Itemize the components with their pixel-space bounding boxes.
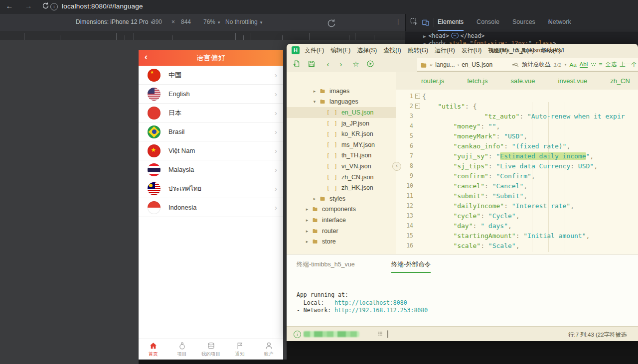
new-file-icon[interactable] bbox=[293, 60, 302, 69]
menu-item-0[interactable]: 文件(F) bbox=[305, 46, 324, 55]
tree-item-styles[interactable]: ▸styles bbox=[287, 193, 396, 204]
bookmark-star-icon[interactable]: ☆ bbox=[351, 60, 360, 69]
viewport-height-input[interactable]: 844 bbox=[181, 18, 191, 25]
breadcrumb-collapse[interactable]: « bbox=[430, 62, 433, 68]
tree-collapsed-arrow-icon[interactable]: ▸ bbox=[312, 89, 317, 94]
tree-item-router[interactable]: ▸router bbox=[287, 226, 396, 237]
breadcrumb-file[interactable]: en_US.json bbox=[462, 61, 492, 68]
list-icon[interactable] bbox=[377, 331, 383, 337]
fold-toggle-icon[interactable] bbox=[415, 104, 420, 109]
terminal-output[interactable]: App running at:- Local: http://localhost… bbox=[297, 291, 428, 315]
terminal-tab-1[interactable]: 终端-外部命令 bbox=[391, 260, 431, 273]
tree-item-zh_HK.json[interactable]: [ ]zh_HK.json bbox=[287, 182, 396, 193]
editor-tab-safe.vue[interactable]: safe.vue bbox=[510, 77, 535, 85]
fold-toggle-icon[interactable] bbox=[415, 94, 420, 99]
inspect-element-icon[interactable] bbox=[410, 17, 419, 26]
search-box[interactable]: 预计总收益 1/1 ▾ Aa Abl ≡ 全选 上一个 bbox=[510, 58, 638, 72]
whole-word-button[interactable]: Abl bbox=[580, 61, 588, 68]
terminal-tab-0[interactable]: 终端-timibbs_h5_vue bbox=[297, 260, 355, 269]
browser-menu-icon[interactable]: ⋮ bbox=[395, 18, 401, 25]
tree-expanded-arrow-icon[interactable]: ▾ bbox=[312, 99, 317, 104]
language-row-id[interactable]: Indonesia› bbox=[139, 198, 283, 217]
menu-item-3[interactable]: 查找(I) bbox=[383, 46, 401, 55]
chevron-down-icon[interactable]: ▾ bbox=[565, 62, 567, 67]
address-bar[interactable]: localhost:8080/#/language bbox=[62, 2, 143, 10]
sidebar-collapse-icon[interactable]: ‹ bbox=[392, 162, 401, 171]
breadcrumb[interactable]: « langu... › en_US.json bbox=[417, 58, 513, 72]
code-segment: "(fixed rate)" bbox=[512, 142, 567, 150]
tree-collapsed-arrow-icon[interactable]: ▸ bbox=[305, 239, 310, 244]
nav-forward-icon[interactable]: › bbox=[336, 60, 345, 69]
menu-item-2[interactable]: 选择(S) bbox=[357, 46, 377, 55]
save-icon[interactable] bbox=[308, 60, 317, 69]
toggle-device-toolbar-icon[interactable] bbox=[422, 18, 430, 25]
menu-item-4[interactable]: 跳转(G) bbox=[408, 46, 428, 55]
tab-coins[interactable]: 我的项目 bbox=[196, 339, 225, 360]
language-row-jp[interactable]: 日本› bbox=[139, 104, 283, 122]
viewport-width-input[interactable]: 390 bbox=[152, 18, 162, 25]
back-icon[interactable]: ← bbox=[4, 1, 15, 10]
language-row-cn[interactable]: 中国› bbox=[139, 66, 283, 85]
tab-bag[interactable]: 项目 bbox=[167, 339, 196, 360]
tree-item-images[interactable]: ▸images bbox=[287, 86, 396, 97]
tree-collapsed-arrow-icon[interactable]: ▸ bbox=[305, 207, 310, 212]
match-case-button[interactable]: Aa bbox=[570, 62, 577, 68]
tree-item-languages[interactable]: ▾languages bbox=[287, 97, 396, 108]
more-tabs-icon[interactable]: » bbox=[548, 18, 551, 25]
tree-collapsed-arrow-icon[interactable]: ▸ bbox=[312, 196, 317, 201]
select-all-button[interactable]: 全选 bbox=[605, 61, 617, 68]
throttling-select[interactable]: No throttling bbox=[225, 18, 262, 25]
code-segment: "submit" bbox=[453, 192, 484, 200]
menu-item-5[interactable]: 运行(R) bbox=[435, 46, 455, 55]
editor-tab-invest.vue[interactable]: invest.vue bbox=[558, 77, 588, 85]
expand-arrow-icon[interactable]: ▶ bbox=[423, 34, 426, 39]
tree-collapsed-arrow-icon[interactable]: ▸ bbox=[305, 218, 310, 223]
nav-back-icon[interactable]: ‹ bbox=[323, 60, 332, 69]
regex-button[interactable] bbox=[591, 62, 596, 67]
folder-icon bbox=[319, 99, 326, 105]
tree-item-th_TH.json[interactable]: [ ]th_TH.json bbox=[287, 150, 396, 161]
devtools-tab-network[interactable]: Network bbox=[548, 14, 571, 31]
previous-match-button[interactable]: 上一个 bbox=[620, 61, 637, 68]
code-segment: "money" bbox=[453, 122, 480, 130]
tree-item-interface[interactable]: ▸interface bbox=[287, 215, 396, 226]
language-row-vn[interactable]: Việt Nam› bbox=[139, 141, 283, 160]
language-row-br[interactable]: Brasil› bbox=[139, 122, 283, 141]
language-row-us[interactable]: English› bbox=[139, 85, 283, 104]
tab-flag[interactable]: 通知 bbox=[225, 339, 254, 360]
tab-user[interactable]: 账户 bbox=[254, 339, 283, 360]
tree-item-ja_JP.json[interactable]: [ ]ja_JP.json bbox=[287, 118, 396, 129]
menu-item-6[interactable]: 发行(U) bbox=[462, 46, 482, 55]
site-info-icon[interactable]: i bbox=[50, 3, 58, 10]
elements-head-node[interactable]: ▶<head>⋯</head> bbox=[423, 32, 484, 39]
tree-collapsed-arrow-icon[interactable]: ▸ bbox=[305, 229, 310, 234]
info-icon[interactable]: i bbox=[294, 331, 301, 338]
code-editor[interactable]: 1{2"utils": {3"tz_auto": "Auto-renew whe… bbox=[396, 90, 638, 254]
tree-item-ms_MY.json[interactable]: [ ]ms_MY.json bbox=[287, 139, 396, 150]
device-select[interactable]: Dimensions: iPhone 12 Pro bbox=[76, 18, 153, 25]
editor-tab-zh_CN[interactable]: zh_CN bbox=[610, 77, 630, 85]
devtools-tab-elements[interactable]: Elements bbox=[438, 14, 464, 31]
breadcrumb-folder[interactable]: langu... bbox=[435, 61, 455, 68]
run-icon[interactable] bbox=[366, 60, 375, 69]
search-input[interactable]: 预计总收益 bbox=[522, 61, 551, 68]
forward-icon[interactable]: → bbox=[23, 1, 34, 10]
tree-item-components[interactable]: ▸components bbox=[287, 204, 396, 215]
tree-item-ko_KR.json[interactable]: [ ]ko_KR.json bbox=[287, 128, 396, 139]
tree-item-store[interactable]: ▸store bbox=[287, 236, 396, 247]
menu-item-1[interactable]: 编辑(E) bbox=[330, 46, 350, 55]
zoom-select[interactable]: 76% bbox=[203, 18, 220, 25]
rotate-device-icon[interactable] bbox=[326, 18, 336, 28]
editor-tab-fetch.js[interactable]: fetch.js bbox=[467, 77, 487, 85]
multiline-button[interactable]: ≡ bbox=[599, 61, 602, 68]
tree-item-zh_CN.json[interactable]: [ ]zh_CN.json bbox=[287, 172, 396, 183]
terminal-icon[interactable] bbox=[387, 331, 388, 338]
devtools-tab-console[interactable]: Console bbox=[477, 14, 499, 31]
tab-home[interactable]: 首页 bbox=[139, 339, 167, 360]
devtools-tab-sources[interactable]: Sources bbox=[512, 14, 535, 31]
editor-tab-router.js[interactable]: router.js bbox=[421, 77, 444, 85]
tree-item-en_US.json[interactable]: [ ]en_US.json bbox=[287, 107, 396, 118]
language-row-my[interactable]: ประเทศไทย› bbox=[139, 179, 283, 198]
tree-item-vi_VN.json[interactable]: [ ]vi_VN.json bbox=[287, 161, 396, 172]
language-row-th[interactable]: Malaysia› bbox=[139, 160, 283, 179]
